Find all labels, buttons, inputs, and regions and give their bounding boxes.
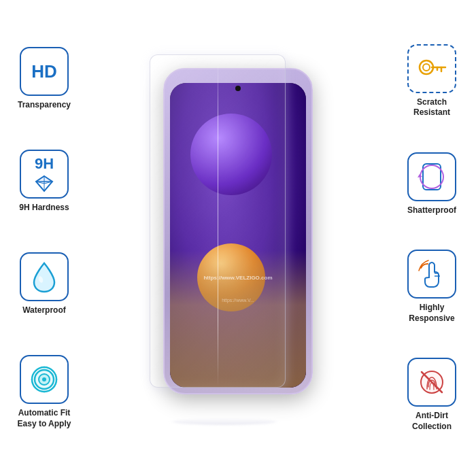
antidirt-icon-box	[407, 358, 456, 407]
scratch-resistant-label: Scratch Resistant	[413, 97, 450, 118]
feature-shatterproof: Shatterproof	[407, 152, 456, 216]
touch-icon-box	[407, 250, 456, 299]
autofit-icon-box	[20, 355, 69, 404]
svg-point-7	[42, 377, 46, 381]
feature-auto-fit: Automatic Fit Easy to Apply	[18, 355, 71, 429]
center-product-display: https://www.VELZIGO.com https://www.V...	[88, 0, 388, 476]
glass-reflection-line	[218, 55, 218, 387]
highly-responsive-label: Highly Responsive	[409, 303, 454, 324]
waterproof-label: Waterproof	[22, 305, 66, 316]
9h-hardness-label: 9H Hardness	[19, 203, 69, 214]
hd-icon-box: HD	[20, 47, 69, 96]
svg-point-9	[423, 64, 430, 71]
hd-text-icon: HD	[31, 63, 57, 80]
hd-transparency-label: Transparency	[18, 100, 71, 111]
feature-highly-responsive: Highly Responsive	[407, 250, 456, 324]
feature-9h-hardness: 9H 9H Hardness	[19, 150, 69, 214]
water-drop-icon	[31, 260, 57, 293]
tempered-glass-overlay	[150, 54, 286, 388]
diamond-icon	[33, 174, 55, 193]
glass-reflection-shadow	[173, 418, 277, 425]
water-icon-box	[20, 252, 69, 301]
9h-icon-box: 9H	[20, 150, 69, 199]
autofit-label: Automatic Fit Easy to Apply	[18, 408, 71, 429]
anti-dirt-label: Anti-Dirt Collection	[412, 411, 452, 432]
anti-dirt-icon	[416, 367, 447, 398]
shatter-icon-box	[407, 152, 456, 201]
feature-hd-transparency: HD Transparency	[18, 47, 71, 111]
phone-wrapper: https://www.VELZIGO.com https://www.V...	[150, 54, 326, 422]
feature-scratch-resistant: Scratch Resistant	[407, 44, 456, 118]
touch-hand-icon	[417, 258, 447, 290]
shatterproof-icon	[416, 161, 447, 192]
feature-anti-dirt: Anti-Dirt Collection	[407, 358, 456, 432]
scratch-icon-box	[407, 44, 456, 93]
left-features-column: HD Transparency 9H 9H Hardness	[0, 0, 88, 476]
right-features-column: Scratch Resistant Shatterproof	[388, 0, 476, 476]
autofit-icon	[28, 363, 61, 396]
9h-text-icon: 9H	[35, 155, 54, 173]
product-infographic: HD Transparency 9H 9H Hardness	[0, 0, 476, 476]
phone-notch-camera	[235, 86, 241, 91]
feature-waterproof: Waterproof	[20, 252, 69, 316]
svg-marker-14	[418, 174, 422, 177]
shatterproof-label: Shatterproof	[407, 205, 456, 216]
key-icon	[417, 55, 447, 82]
